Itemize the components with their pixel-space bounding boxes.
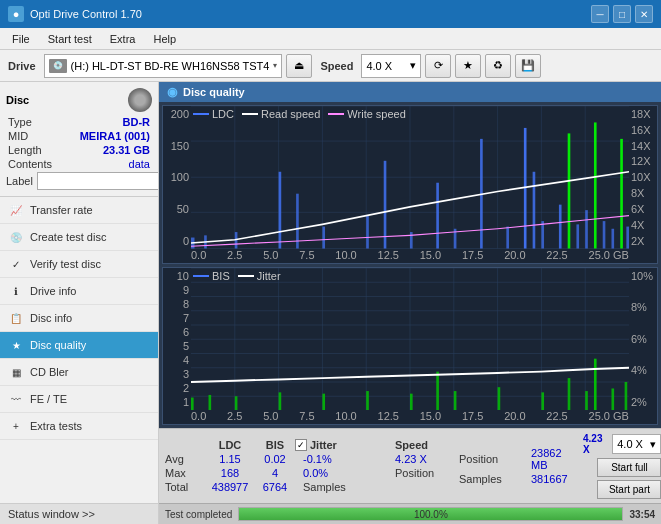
maximize-button[interactable]: □ (613, 5, 631, 23)
avg-bis: 0.02 (255, 453, 295, 465)
svg-rect-22 (410, 232, 413, 248)
avg-ldc: 1.15 (205, 453, 255, 465)
verify-test-disc-icon: ✓ (8, 256, 24, 272)
svg-rect-34 (594, 122, 597, 248)
svg-rect-69 (568, 378, 571, 410)
bis-legend-label: BIS (212, 270, 230, 282)
disc-label-input[interactable] (37, 172, 159, 190)
svg-rect-71 (594, 358, 597, 410)
status-window-button[interactable]: Status window >> (0, 503, 158, 524)
svg-rect-62 (322, 393, 325, 410)
jitter-header: Jitter (310, 439, 337, 451)
chart-header-icon: ◉ (167, 85, 177, 99)
progress-percent: 100.0% (239, 508, 622, 522)
max-ldc: 168 (205, 467, 255, 479)
disc-info-icon: 📋 (8, 310, 24, 326)
bis-y-axis-right: 10% 8% 6% 4% 2% (629, 268, 657, 411)
menubar: File Start test Extra Help (0, 28, 661, 50)
ldc-legend-line (193, 113, 209, 115)
eject-button[interactable]: ⏏ (286, 54, 312, 78)
menu-extra[interactable]: Extra (102, 31, 144, 47)
save-button[interactable]: 💾 (515, 54, 541, 78)
bis-header: BIS (255, 439, 295, 451)
drive-label: Drive (4, 60, 40, 72)
length-value: 23.31 GB (103, 144, 150, 156)
write-speed-legend-line (328, 113, 344, 115)
star-button[interactable]: ★ (455, 54, 481, 78)
nav-disc-quality[interactable]: ★ Disc quality (0, 332, 158, 359)
jitter-legend-label: Jitter (257, 270, 281, 282)
svg-rect-60 (235, 396, 238, 410)
svg-rect-68 (541, 392, 544, 410)
nav-disc-quality-label: Disc quality (30, 339, 86, 351)
minimize-button[interactable]: ─ (591, 5, 609, 23)
svg-rect-32 (576, 224, 579, 248)
write-speed-legend: Write speed (328, 108, 406, 120)
bis-x-axis: 0.0 2.5 5.0 7.5 10.0 12.5 15.0 17.5 20.0… (191, 410, 629, 424)
read-speed-legend-line (242, 113, 258, 115)
drive-selector[interactable]: 💿 (H:) HL-DT-ST BD-RE WH16NS58 TST4 ▾ (44, 54, 283, 78)
total-bis: 6764 (255, 481, 295, 493)
bis-y-axis-left: 10 9 8 7 6 5 4 3 2 1 (163, 268, 191, 411)
svg-rect-73 (625, 382, 628, 411)
svg-rect-19 (322, 227, 325, 249)
svg-rect-33 (585, 210, 588, 248)
recycle-button[interactable]: ♻ (485, 54, 511, 78)
cd-bler-icon: ▦ (8, 364, 24, 380)
app-title: Opti Drive Control 1.70 (30, 8, 142, 20)
speed-test-value: 4.0 X (617, 438, 643, 450)
nav-fe-te[interactable]: 〰 FE / TE (0, 386, 158, 413)
ldc-y-axis-left: 200 150 100 50 0 (163, 106, 191, 249)
ldc-y-axis-right: 18X 16X 14X 12X 10X 8X 6X 4X 2X (629, 106, 657, 249)
start-part-button[interactable]: Start part (597, 480, 661, 499)
read-speed-legend-label: Read speed (261, 108, 320, 120)
svg-rect-58 (191, 397, 194, 410)
samples-label: Samples (303, 481, 346, 493)
progress-bar-container: 100.0% (238, 507, 623, 521)
right-stats-column: Position 23862 MB Samples 381667 (459, 447, 579, 485)
svg-rect-18 (296, 194, 299, 249)
extra-tests-icon: + (8, 418, 24, 434)
refresh-button[interactable]: ⟳ (425, 54, 451, 78)
nav-disc-info[interactable]: 📋 Disc info (0, 305, 158, 332)
speed-test-selector[interactable]: 4.0 X ▾ (612, 434, 661, 454)
svg-rect-26 (506, 227, 509, 249)
bis-chart: BIS Jitter (162, 267, 658, 426)
ldc-legend-label: LDC (212, 108, 234, 120)
nav-cd-bler[interactable]: ▦ CD Bler (0, 359, 158, 386)
nav-disc-info-label: Disc info (30, 312, 72, 324)
svg-rect-31 (568, 133, 571, 248)
time-display: 33:54 (629, 509, 655, 520)
samples-key: Samples (459, 473, 529, 485)
svg-rect-72 (611, 388, 614, 410)
contents-label: Contents (8, 158, 52, 170)
svg-rect-65 (436, 371, 439, 410)
svg-rect-64 (410, 393, 413, 410)
nav-create-test-disc[interactable]: 💿 Create test disc (0, 224, 158, 251)
type-value: BD-R (123, 116, 151, 128)
toolbar: Drive 💿 (H:) HL-DT-ST BD-RE WH16NS58 TST… (0, 50, 661, 82)
nav-transfer-rate[interactable]: 📈 Transfer rate (0, 197, 158, 224)
ldc-x-axis: 0.0 2.5 5.0 7.5 10.0 12.5 15.0 17.5 20.0… (191, 249, 629, 263)
disc-label-key: Label (6, 175, 33, 187)
svg-rect-59 (209, 394, 212, 410)
total-ldc: 438977 (205, 481, 255, 493)
action-column: 4.23 X 4.0 X ▾ Start full Start part (583, 433, 661, 499)
menu-help[interactable]: Help (145, 31, 184, 47)
chart-title: Disc quality (183, 86, 245, 98)
ldc-legend: LDC (193, 108, 234, 120)
speed-selector[interactable]: 4.0 X ▾ (361, 54, 421, 78)
menu-start-test[interactable]: Start test (40, 31, 100, 47)
nav-verify-test-disc[interactable]: ✓ Verify test disc (0, 251, 158, 278)
nav-drive-info[interactable]: ℹ Drive info (0, 278, 158, 305)
nav-extra-tests[interactable]: + Extra tests (0, 413, 158, 440)
avg-jitter: -0.1% (295, 453, 395, 465)
menu-file[interactable]: File (4, 31, 38, 47)
start-full-button[interactable]: Start full (597, 458, 661, 477)
close-button[interactable]: ✕ (635, 5, 653, 23)
mid-label: MID (8, 130, 28, 142)
ldc-header: LDC (205, 439, 255, 451)
nav-extra-tests-label: Extra tests (30, 420, 82, 432)
jitter-checkbox[interactable]: ✓ (295, 439, 307, 451)
ldc-chart-svg (191, 106, 629, 249)
